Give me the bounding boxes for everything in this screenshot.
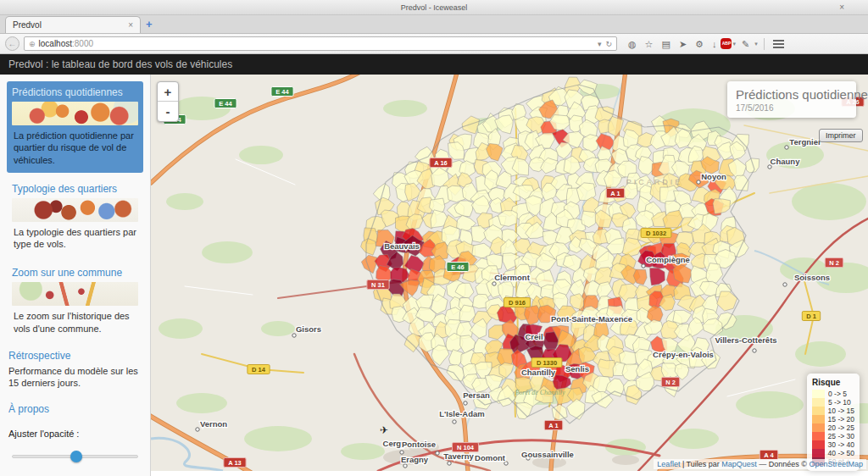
leaflet-map[interactable]: PICARDIEForêt de ChantillyE 44E 44E 44E … [151, 75, 868, 471]
road-shield: A 13 [224, 458, 246, 468]
url-dropdown-icon[interactable]: ▾ [598, 40, 602, 48]
tab-close-icon[interactable]: × [128, 20, 133, 30]
road-shield: D 14 [248, 365, 270, 374]
town-label: Gisors [296, 324, 321, 334]
site-identity-icon[interactable]: ⊕ [29, 40, 36, 48]
rss-icon[interactable]: ◍ [628, 38, 637, 50]
road-shield: A 4 [760, 451, 777, 460]
zoom-commune-thumbnail[interactable] [12, 282, 138, 306]
print-button[interactable]: Imprimer [819, 129, 863, 142]
sidebar-item-apropos[interactable]: À propos [8, 403, 142, 415]
opacity-label: Ajuster l'opacité : [8, 429, 142, 439]
reading-list-icon[interactable]: ▤ [661, 38, 670, 50]
road-shield: D 1330 [531, 358, 562, 368]
legend-label: 15 -> 20 [828, 415, 854, 423]
svg-text:N 31: N 31 [371, 281, 385, 289]
sidebar-item-predictions[interactable]: Prédictions quotidiennes La prédiction q… [7, 81, 143, 173]
bookmark-star-icon[interactable]: ☆ [645, 38, 654, 50]
legend-label: 0 -> 5 [828, 390, 847, 398]
legend-label: 5 -> 10 [828, 398, 851, 407]
leaflet-link[interactable]: Leaflet [657, 460, 680, 468]
url-host: localhost [39, 39, 72, 48]
forest-label: Forêt de Chantilly [514, 389, 565, 396]
town-marker [492, 282, 496, 285]
svg-text:N 2: N 2 [829, 259, 839, 267]
tab-title: Predvol [13, 20, 128, 30]
town-label: Beauvais [384, 241, 420, 251]
tab-predvol[interactable]: Predvol × [5, 16, 141, 33]
legend-label: 25 -> 30 [828, 432, 854, 440]
town-label: Noyon [701, 172, 726, 181]
road-shield: E 44 [214, 99, 236, 108]
map-attribution: Leaflet | Tuiles par MapQuest — Données … [654, 459, 866, 469]
typologie-thumbnail[interactable] [12, 198, 138, 222]
road-shield: A 1 [544, 421, 562, 430]
town-marker [464, 401, 467, 405]
town-label: Vernon [200, 419, 227, 429]
road-shield: A 16 [430, 158, 452, 168]
zoom-out-button[interactable]: - [158, 102, 178, 121]
map-panel-date: 17/5/2016 [736, 103, 848, 113]
legend-swatch [812, 398, 825, 407]
url-bar[interactable]: ⊕ localhost :8000 ▾ ↻ [24, 36, 617, 51]
town-marker [448, 462, 451, 465]
window-titlebar: Predvol - Iceweasel × [0, 0, 868, 15]
addons-gear-icon[interactable]: ⚙ [695, 38, 704, 50]
adblock-icon[interactable]: ABP [721, 38, 732, 49]
picker-chevron-icon[interactable]: ▾ [754, 41, 758, 47]
town-label: Pontoise [402, 440, 436, 449]
map-panel-title: Prédictions quotidiennes [736, 87, 848, 102]
sidebar-item-zoom-commune[interactable]: Zoom sur une commune Le zoom sur l'histo… [7, 262, 143, 341]
road-shield: N 31 [367, 280, 389, 290]
sidebar-item-title[interactable]: Zoom sur une commune [12, 267, 138, 279]
svg-text:D 14: D 14 [252, 366, 266, 374]
send-tab-icon[interactable]: ➤ [679, 38, 687, 50]
browser-window: Predvol - Iceweasel × Predvol × + ← ⊕ lo… [0, 0, 868, 476]
sidebar-item-title[interactable]: Prédictions quotidiennes [12, 86, 138, 98]
window-close-icon[interactable]: × [839, 3, 844, 13]
zoom-in-button[interactable]: + [158, 82, 178, 102]
svg-text:D 1032: D 1032 [646, 230, 666, 237]
svg-text:D 916: D 916 [509, 299, 526, 307]
sidebar-item-desc: La prédiction quotidienne par quartier d… [12, 130, 138, 166]
town-label: L'Isle-Adam [439, 409, 484, 418]
svg-text:A 4: A 4 [764, 451, 774, 459]
town-label: Persan [463, 390, 490, 400]
road-shield: E 44 [271, 87, 293, 97]
legend-swatch [812, 432, 825, 440]
road-shield: A 1 [606, 189, 624, 198]
road-shield: D 1032 [641, 229, 671, 238]
map-legend: Risque 0 -> 55 -> 1010 -> 1515 -> 2020 -… [807, 374, 860, 471]
town-marker [436, 451, 439, 455]
adblock-chevron-icon[interactable]: ▾ [732, 41, 736, 47]
airport-icon: ✈ [380, 424, 388, 436]
town-marker [453, 420, 456, 423]
sidebar-item-retrospective[interactable]: Rétrospective [8, 350, 142, 362]
legend-label: 10 -> 15 [828, 407, 854, 415]
legend-swatch [812, 415, 825, 423]
url-port: :8000 [72, 39, 93, 48]
opacity-slider[interactable] [12, 451, 138, 462]
town-label: Soissons [794, 273, 830, 282]
town-label: Creil [525, 332, 542, 341]
sidebar-item-title[interactable]: Typologie des quartiers [12, 183, 138, 195]
app-title: Predvol : le tableau de bord des vols de… [8, 58, 232, 70]
road-shield: N 2 [661, 378, 679, 387]
opacity-slider-thumb[interactable] [70, 451, 82, 462]
reload-icon[interactable]: ↻ [605, 40, 612, 48]
svg-text:A 1: A 1 [610, 190, 620, 197]
town-label: Compiègne [646, 255, 690, 264]
menu-icon[interactable] [773, 40, 784, 42]
mapquest-link[interactable]: MapQuest [721, 460, 757, 468]
sidebar-item-typologie[interactable]: Typologie des quartiers La typologie des… [7, 178, 143, 257]
download-icon[interactable]: ↓ [712, 38, 717, 50]
color-picker-icon[interactable]: ✎ [742, 38, 749, 50]
svg-text:E 44: E 44 [275, 88, 289, 96]
legend-row: 25 -> 30 [812, 432, 854, 440]
back-button[interactable]: ← [5, 36, 19, 51]
new-tab-button[interactable]: + [146, 19, 153, 30]
predictions-thumbnail[interactable] [12, 102, 138, 125]
osm-link[interactable]: OpenStreetMap [809, 460, 863, 468]
toolbar-separator [764, 38, 765, 50]
legend-row: 10 -> 15 [812, 407, 854, 415]
